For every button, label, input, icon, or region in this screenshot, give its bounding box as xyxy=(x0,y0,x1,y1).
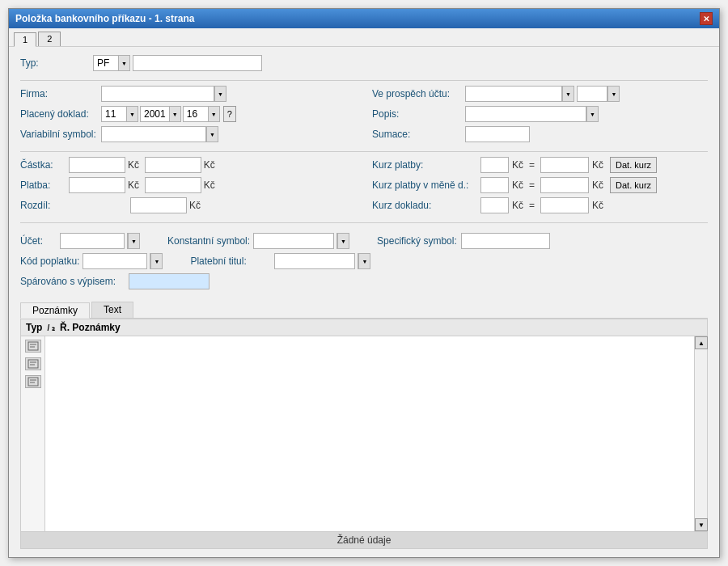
kurz-platby-mene-eq: = xyxy=(527,180,537,191)
placeny-select1[interactable]: 11 ▼ xyxy=(101,106,138,122)
sumace-input[interactable]: 0 xyxy=(465,126,530,142)
scrollbar-down-btn[interactable]: ▼ xyxy=(695,518,708,531)
kurz-platby-mene-row: Kurz platby v měně d.: 1 Kč = 1,0000 Kč … xyxy=(372,177,708,193)
kurz-platby-mene-val[interactable]: 1,0000 xyxy=(540,177,589,193)
notes-icon2[interactable] xyxy=(25,357,41,370)
notes-content xyxy=(45,336,694,531)
close-button[interactable]: ✕ xyxy=(700,12,713,25)
ve-prospech-code-arrow-icon[interactable]: ▼ xyxy=(607,87,619,101)
placeny-arrow1-icon[interactable]: ▼ xyxy=(126,107,138,121)
placeny-arrow3-icon[interactable]: ▼ xyxy=(208,107,219,121)
tab-poznamky[interactable]: Poznámky xyxy=(20,302,90,319)
platba-input1[interactable]: 27,50 xyxy=(69,177,125,193)
ucet-dropdown[interactable]: ▼ xyxy=(127,233,140,249)
ve-prospech-arrow-icon[interactable]: ▼ xyxy=(562,87,574,101)
kurz-platby-mene-num[interactable]: 1 xyxy=(480,177,509,193)
typ-select[interactable]: PF ▼ xyxy=(93,55,130,71)
kod-poplatku-dropdown[interactable]: ▼ xyxy=(150,253,163,269)
castka-input2[interactable]: 27,50 xyxy=(145,157,201,173)
platebni-group: Platební titul: ▼ xyxy=(190,253,370,269)
kurz-platby-val[interactable]: 1,0000 xyxy=(540,157,589,173)
popis-input[interactable] xyxy=(465,106,586,122)
placeny-q-button[interactable]: ? xyxy=(223,106,236,122)
dat-kurz1-button[interactable]: Dat. kurz xyxy=(610,157,657,173)
variabilni-input[interactable]: 444777111 xyxy=(101,126,206,142)
typ-value: PF xyxy=(94,57,118,69)
placeny-select3[interactable]: 16 ▼ xyxy=(183,106,220,122)
ve-prospech-code-dropdown[interactable]: ▼ xyxy=(607,86,620,102)
platba-input2[interactable]: 27,50 xyxy=(145,177,201,193)
scrollbar-up-btn[interactable]: ▲ xyxy=(695,336,708,349)
notes-header: Typ / ₂ Ř. Poznámky xyxy=(21,319,707,336)
dat-kurz2-button[interactable]: Dat. kurz xyxy=(610,177,657,193)
platebni-dropdown[interactable]: ▼ xyxy=(358,253,370,269)
top-tabs: 1 2 xyxy=(9,28,719,47)
notes-area: Typ / ₂ Ř. Poznámky xyxy=(20,319,708,549)
variabilni-arrow-icon[interactable]: ▼ xyxy=(206,127,218,142)
notes-icon3[interactable] xyxy=(25,375,41,388)
placeny-val3: 16 xyxy=(184,108,208,120)
variabilni-row: Variabilní symbol: 444777111 ▼ xyxy=(20,126,356,142)
placeny-row: Placený doklad: 11 ▼ 2001 ▼ 16 ▼ ? xyxy=(20,106,356,122)
kurz-section: Kurz platby: 1 Kč = 1,0000 Kč Dat. kurz … xyxy=(372,157,708,218)
typ-arrow-icon[interactable]: ▼ xyxy=(118,56,129,70)
placeny-label: Placený doklad: xyxy=(20,108,101,120)
svg-rect-3 xyxy=(28,360,38,368)
variabilni-dropdown[interactable]: ▼ xyxy=(205,126,218,142)
placeny-val1: 11 xyxy=(102,108,126,120)
notes-icon1[interactable] xyxy=(25,340,41,353)
notes-col-poznamky: Ř. Poznámky xyxy=(60,322,121,333)
popis-row: Popis: ▼ xyxy=(372,106,708,122)
typ-row: Typ: PF ▼ Přijatá faktura xyxy=(20,55,708,71)
firma-input[interactable]: ČOKOLÁDOVNY xyxy=(101,86,214,102)
tab-text[interactable]: Text xyxy=(91,302,133,318)
bottom-tabs: Poznámky Text xyxy=(20,302,708,319)
kod-poplatku-input[interactable] xyxy=(83,253,147,269)
rozdil-input[interactable]: 0,00 xyxy=(130,197,187,213)
notes-scrollbar: ▲ ▼ xyxy=(694,336,707,531)
castka-input1[interactable]: 27,50 xyxy=(69,157,125,173)
notes-body: ▲ ▼ xyxy=(21,336,707,531)
sparovano-input[interactable]: CZ/2011/4 xyxy=(129,273,210,289)
platebni-input[interactable] xyxy=(274,253,355,269)
konstantni-dropdown[interactable]: ▼ xyxy=(336,233,349,249)
firma-label: Firma: xyxy=(20,88,101,99)
kurz-dokladu-val[interactable]: 1,0000 xyxy=(540,197,589,213)
firma-row: Firma: ČOKOLÁDOVNY ▼ xyxy=(20,86,356,102)
ve-prospech-dropdown[interactable]: ▼ xyxy=(561,86,574,102)
placeny-arrow2-icon[interactable]: ▼ xyxy=(169,107,180,121)
popis-arrow-icon[interactable]: ▼ xyxy=(586,107,598,121)
tab-1[interactable]: 1 xyxy=(14,32,36,47)
specificky-input[interactable] xyxy=(461,233,550,249)
ve-prospech-input[interactable]: 93-1245789 xyxy=(465,86,562,102)
notes-sidebar xyxy=(21,336,45,531)
castka-label: Částka: xyxy=(20,159,69,171)
ve-prospech-label: Ve prospěch účtu: xyxy=(372,88,465,99)
platebni-label: Platební titul: xyxy=(190,256,271,267)
bottom-section: Účet: 321000 ▼ Konstantní symbol: ▼ S xyxy=(20,233,708,294)
amounts-section: Částka: 27,50 Kč 27,50 Kč Platba: 27,50 … xyxy=(20,157,708,218)
konstantni-input[interactable] xyxy=(253,233,334,249)
amounts-left: Částka: 27,50 Kč 27,50 Kč Platba: 27,50 … xyxy=(20,157,356,218)
sparovano-label: Spárováno s výpisem: xyxy=(20,276,125,287)
typ-desc-input[interactable]: Přijatá faktura xyxy=(133,55,262,71)
specificky-group: Specifický symbol: xyxy=(377,233,550,249)
kod-poplatku-arrow-icon[interactable]: ▼ xyxy=(150,254,162,268)
placeny-select2[interactable]: 2001 ▼ xyxy=(140,106,181,122)
firma-arrow-icon[interactable]: ▼ xyxy=(214,87,226,101)
firma-dropdown[interactable]: ▼ xyxy=(214,86,226,102)
kurz-dokladu-row: Kurz dokladu: 1 Kč = 1,0000 Kč xyxy=(372,197,708,213)
platebni-arrow-icon[interactable]: ▼ xyxy=(358,254,370,268)
ve-prospech-code-input[interactable]: 0100 xyxy=(577,86,607,102)
kurz-dokladu-eq: = xyxy=(527,200,537,211)
kod-poplatku-label: Kód poplatku: xyxy=(20,256,79,267)
ucet-arrow-icon[interactable]: ▼ xyxy=(128,234,139,248)
konstantni-arrow-icon[interactable]: ▼ xyxy=(337,234,349,248)
ucet-input[interactable]: 321000 xyxy=(60,233,125,249)
kurz-platby-num[interactable]: 1 xyxy=(480,157,509,173)
variabilni-label: Variabilní symbol: xyxy=(20,129,101,140)
tab-2[interactable]: 2 xyxy=(38,32,61,46)
popis-dropdown[interactable]: ▼ xyxy=(586,106,599,122)
kurz-dokladu-num[interactable]: 1 xyxy=(480,197,509,213)
kurz-platby-mene-label: Kurz platby v měně d.: xyxy=(372,180,477,191)
